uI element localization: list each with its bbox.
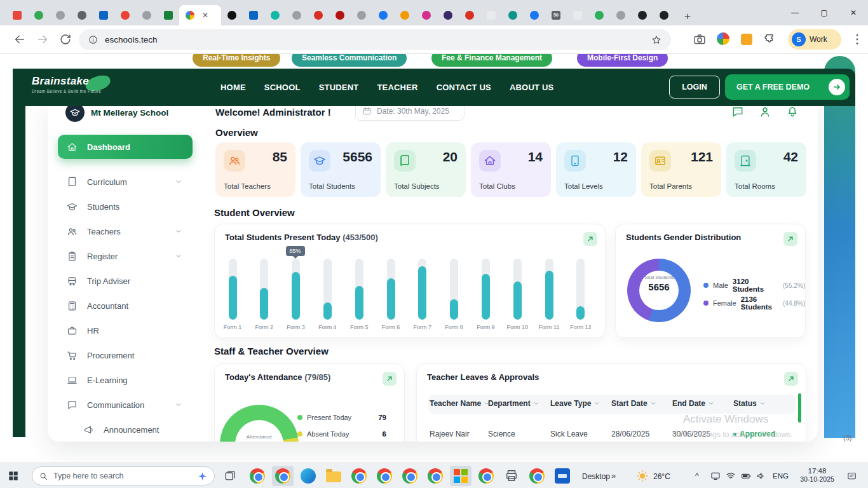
browser-tab[interactable] bbox=[416, 5, 437, 25]
orange-extension-icon[interactable] bbox=[741, 34, 752, 45]
browser-tab[interactable] bbox=[610, 5, 632, 25]
browser-tab[interactable] bbox=[71, 5, 93, 25]
nav-item-home[interactable]: HOME bbox=[220, 83, 246, 92]
table-sort-header-teacher-name[interactable]: Teacher Name bbox=[430, 399, 490, 408]
nav-item-school[interactable]: SCHOOL bbox=[264, 83, 301, 92]
browser-tab[interactable]: 50 bbox=[545, 5, 567, 25]
sidebar-item-dashboard[interactable]: Dashboard bbox=[58, 135, 193, 159]
window-close-button[interactable]: ✕ bbox=[839, 0, 868, 25]
nav-item-student[interactable]: STUDENT bbox=[319, 83, 359, 92]
forward-icon[interactable] bbox=[36, 32, 50, 46]
browser-tab[interactable] bbox=[114, 5, 136, 25]
address-bar[interactable]: eschools.tech bbox=[79, 29, 671, 50]
search-input[interactable]: Type here to search bbox=[32, 466, 215, 485]
expand-icon[interactable] bbox=[383, 372, 397, 386]
desktop-toolbar-chevron[interactable]: » bbox=[611, 471, 616, 480]
nav-item-about-us[interactable]: ABOUT US bbox=[510, 83, 554, 92]
weather-temperature[interactable]: 26°C bbox=[653, 472, 670, 481]
taskbar-app-grid[interactable] bbox=[450, 466, 471, 486]
browser-tab[interactable] bbox=[480, 5, 502, 25]
table-sort-header-leave-type[interactable]: Leave Type bbox=[550, 399, 600, 408]
desktop-toolbar-label[interactable]: Desktop bbox=[582, 472, 610, 481]
wifi-tray-icon[interactable] bbox=[726, 471, 736, 481]
copilot-sparkle-icon[interactable] bbox=[197, 471, 208, 482]
taskbar-app-chrome[interactable] bbox=[247, 466, 268, 486]
browser-tab[interactable] bbox=[524, 5, 545, 25]
notifications-bell-icon[interactable] bbox=[786, 105, 799, 118]
sidebar-item-hr[interactable]: HR bbox=[58, 320, 193, 341]
browser-menu-kebab-icon[interactable] bbox=[850, 32, 864, 46]
browser-tab[interactable] bbox=[308, 5, 329, 25]
expand-icon[interactable] bbox=[783, 232, 797, 246]
table-sort-header-department[interactable]: Department bbox=[488, 399, 539, 408]
taskbar-app-chrome[interactable] bbox=[374, 466, 395, 486]
sidebar-item-students[interactable]: Students bbox=[58, 196, 193, 217]
expand-icon[interactable] bbox=[583, 232, 597, 246]
new-tab-button[interactable]: + bbox=[679, 8, 696, 25]
taskbar-app-chrome[interactable] bbox=[475, 466, 497, 486]
taskbar-app-chrome[interactable] bbox=[399, 466, 421, 486]
nav-item-contact-us[interactable]: CONTACT US bbox=[437, 83, 491, 92]
bookmark-star-icon[interactable] bbox=[651, 34, 662, 46]
browser-tab[interactable] bbox=[632, 5, 653, 25]
taskbar-app-chrome[interactable] bbox=[526, 466, 548, 486]
colorful-extension-icon[interactable] bbox=[717, 32, 729, 45]
messages-icon[interactable] bbox=[731, 105, 744, 118]
table-sort-header-status[interactable]: Status bbox=[733, 399, 766, 408]
sidebar-item-communication[interactable]: Communication bbox=[58, 395, 193, 415]
taskbar-app-edge[interactable] bbox=[297, 466, 319, 486]
browser-tab[interactable] bbox=[588, 5, 610, 25]
taskbar-app-chrome[interactable] bbox=[348, 466, 370, 486]
task-view-icon[interactable] bbox=[224, 470, 236, 482]
screenshot-camera-icon[interactable] bbox=[693, 32, 707, 46]
taskbar-app-printer[interactable] bbox=[501, 466, 522, 486]
profile-icon[interactable] bbox=[759, 105, 771, 118]
browser-tab[interactable] bbox=[567, 5, 588, 25]
tray-overflow-chevron[interactable]: ^ bbox=[695, 471, 699, 480]
browser-tab[interactable] bbox=[50, 5, 71, 25]
login-button[interactable]: LOGIN bbox=[669, 76, 720, 98]
browser-tab[interactable] bbox=[158, 5, 179, 25]
browser-tab[interactable] bbox=[221, 5, 243, 25]
profile-chip[interactable]: S Work bbox=[788, 29, 841, 50]
browser-tab[interactable] bbox=[653, 5, 675, 25]
expand-icon[interactable] bbox=[784, 372, 798, 386]
weather-sun-icon[interactable] bbox=[635, 469, 649, 483]
browser-tab[interactable] bbox=[329, 5, 351, 25]
brand-logo[interactable]: Brainstake Dream Believe & Build the Fut… bbox=[32, 75, 101, 93]
browser-tab[interactable] bbox=[28, 5, 50, 25]
sidebar-item-teachers[interactable]: Teachers bbox=[58, 221, 193, 241]
browser-tab[interactable] bbox=[459, 5, 480, 25]
sidebar-item-curriculum[interactable]: Curriculum bbox=[58, 172, 193, 192]
sidebar-item-register[interactable]: Register bbox=[58, 246, 193, 266]
site-info-icon[interactable] bbox=[88, 34, 98, 45]
browser-tab[interactable] bbox=[136, 5, 158, 25]
sidebar-item-announcement[interactable]: Announcement bbox=[58, 419, 193, 440]
language-indicator[interactable]: ENG bbox=[773, 472, 789, 480]
browser-tab[interactable] bbox=[93, 5, 114, 25]
sidebar-item-trip-adviser[interactable]: Trip Adviser bbox=[58, 271, 193, 291]
reload-icon[interactable] bbox=[58, 32, 72, 46]
window-maximize-button[interactable]: ▢ bbox=[810, 0, 839, 25]
taskbar-app-chrome[interactable] bbox=[272, 466, 294, 486]
browser-tab[interactable] bbox=[437, 5, 459, 25]
browser-tab[interactable] bbox=[502, 5, 524, 25]
taskbar-app-tile[interactable] bbox=[552, 466, 573, 486]
sidebar-item-e-learning[interactable]: E-Learning bbox=[58, 370, 193, 390]
window-minimize-button[interactable]: — bbox=[780, 0, 810, 25]
table-sort-header-end-date[interactable]: End Date bbox=[672, 399, 714, 408]
sidebar-item-procurement[interactable]: Procurement bbox=[58, 345, 193, 365]
browser-tab[interactable] bbox=[243, 5, 264, 25]
battery-tray-icon[interactable] bbox=[741, 471, 751, 481]
active-browser-tab[interactable]: ✕ bbox=[179, 5, 221, 25]
table-sort-header-start-date[interactable]: Start Date bbox=[611, 399, 656, 408]
action-center-icon[interactable] bbox=[846, 471, 857, 482]
monitor-tray-icon[interactable] bbox=[710, 471, 721, 481]
taskbar-clock[interactable]: 17:48 30-10-2025 bbox=[794, 467, 840, 483]
extensions-puzzle-icon[interactable] bbox=[764, 32, 778, 46]
table-scrollbar-thumb[interactable] bbox=[798, 393, 801, 423]
browser-tab[interactable] bbox=[372, 5, 394, 25]
speaker-tray-icon[interactable] bbox=[756, 471, 766, 481]
taskbar-app-folder[interactable] bbox=[323, 466, 344, 486]
back-icon[interactable] bbox=[13, 32, 27, 46]
